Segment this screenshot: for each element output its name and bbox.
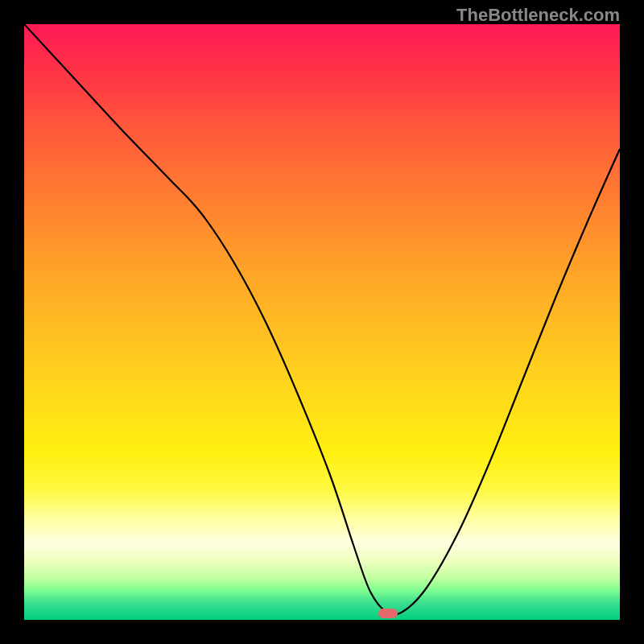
chart-plot-area xyxy=(24,24,620,620)
chart-curve xyxy=(24,24,620,620)
bottleneck-marker xyxy=(378,609,398,618)
watermark-text: TheBottleneck.com xyxy=(456,5,620,26)
